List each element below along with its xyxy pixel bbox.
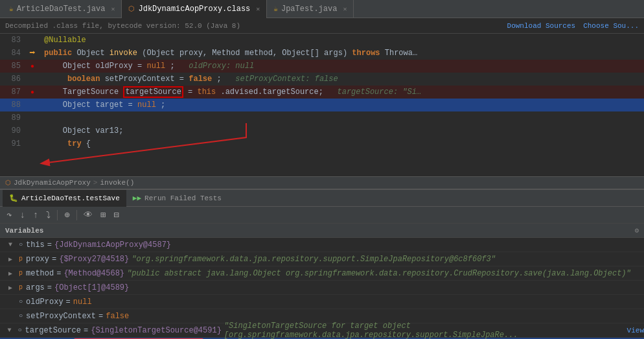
code-88: Object target = null ; (39, 99, 644, 111)
bottom-panel: 🐛 ArticleDaoTest.testSave ▶▶ Rerun Faile… (0, 189, 644, 339)
line-num-91: 91 (0, 137, 26, 150)
gutter-84: ⮕ (26, 47, 39, 60)
gutter-89 (26, 111, 39, 124)
breadcrumb: ⬡ JdkDynamicAopProxy > invoke() (0, 176, 644, 189)
editor[interactable]: 83 @Nullable 84 ⮕ public Object invoke (… (0, 34, 644, 176)
line-num-84: 84 (0, 47, 26, 60)
list-item[interactable]: ▼ ○ targetSource = {SingletonTargetSourc… (0, 323, 644, 338)
variables-header: Variables ⚙ (0, 224, 644, 238)
table-row: 85 ● Object oldProxy = null ; oldProxy: … (0, 60, 644, 73)
step-out-button[interactable]: ↑ (30, 209, 41, 222)
gutter-91 (26, 137, 39, 150)
line-num-86: 86 (0, 73, 26, 86)
var-icon-proxy: p (16, 255, 26, 263)
gutter-86 (26, 73, 39, 86)
list-item[interactable]: ▼ ○ this = {JdkDynamicAopProxy@4587} (0, 238, 644, 252)
expand-proxy[interactable]: ▶ (5, 255, 16, 263)
download-sources-link[interactable]: Download Sources (507, 22, 576, 30)
code-table: 83 @Nullable 84 ⮕ public Object invoke (… (0, 34, 644, 150)
code-87: TargetSource targetSource = this .advise… (39, 86, 644, 99)
tab-close-article-dao[interactable]: ✕ (111, 5, 115, 13)
step-into-button[interactable]: ↓ (17, 209, 27, 222)
list-item[interactable]: ▶ p method = {Method@4568} "public abstr… (0, 266, 644, 281)
frames-up-button[interactable]: ⊞ (98, 208, 108, 222)
java-icon: ☕ (9, 5, 14, 13)
view-link[interactable]: View (627, 327, 644, 334)
gutter-87: ● (26, 86, 39, 99)
code-85: Object oldProxy = null ; oldProxy: null (39, 60, 644, 73)
breadcrumb-part1: JdkDynamicAopProxy (14, 179, 91, 187)
table-row: 86 boolean setProxyContext = false ; set… (0, 73, 644, 86)
var-icon-args: p (16, 284, 26, 291)
debug-icon: 🐛 (9, 194, 18, 202)
table-row: 91 try { (0, 137, 644, 150)
info-text: Decompiled .class file, bytecode version… (5, 22, 240, 30)
table-row: 87 ● TargetSource targetSource = this .a… (0, 86, 644, 99)
step-over-button[interactable]: ↷ (4, 208, 14, 222)
breadcrumb-part2: invoke() (100, 179, 134, 187)
tab-jdk-proxy[interactable]: ⬡ JdkDynamicAopProxy.class ✕ (122, 0, 267, 18)
tab-bar: ☕ ArticleDaoTest.java ✕ ⬡ JdkDynamicAopP… (0, 0, 644, 18)
list-item[interactable]: ○ oldProxy = null (0, 295, 644, 309)
line-num-83: 83 (0, 34, 26, 47)
frames-down-button[interactable]: ⊟ (111, 208, 121, 222)
toolbar-sep-1 (57, 210, 58, 220)
choose-sources-link[interactable]: Choose Sou... (583, 22, 639, 30)
breakpoint-85: ● (30, 63, 34, 70)
editor-wrapper: 83 @Nullable 84 ⮕ public Object invoke (… (0, 34, 644, 176)
breakpoint-87: ● (30, 89, 34, 96)
breadcrumb-sep: > (93, 179, 98, 187)
code-83: @Nullable (39, 34, 644, 47)
breadcrumb-icon: ⬡ (5, 179, 11, 187)
toolbar-sep-2 (76, 210, 77, 220)
evaluate-button[interactable]: ⊕ (62, 208, 72, 222)
var-icon-oldproxy: ○ (16, 298, 26, 305)
gutter-83 (26, 34, 39, 47)
rerun-icon: ▶▶ (133, 194, 141, 202)
target-source-highlight: targetSource (123, 86, 183, 98)
debug-toolbar: ↷ ↓ ↑ ⤵ ⊕ 👁 ⊞ ⊟ (0, 207, 644, 224)
tab-rerun[interactable]: ▶▶ Rerun Failed Tests (126, 190, 228, 207)
table-row: 90 Object var13; (0, 124, 644, 137)
var-icon-targetsource: ○ (15, 327, 25, 334)
expand-method[interactable]: ▶ (5, 270, 16, 277)
line-num-90: 90 (0, 124, 26, 137)
watch-button[interactable]: 👁 (81, 209, 95, 222)
tab-close-jdk-proxy[interactable]: ✕ (256, 5, 260, 13)
gutter-88 (26, 99, 39, 111)
class-icon: ⬡ (128, 5, 135, 13)
var-icon-method: p (16, 270, 26, 277)
list-item[interactable]: ▶ p proxy = {$Proxy27@4518} "org.springf… (0, 252, 644, 266)
gutter-85: ● (26, 60, 39, 73)
expand-this[interactable]: ▼ (5, 241, 16, 248)
line-num-85: 85 (0, 60, 26, 73)
table-row: 88 Object target = null ; (0, 99, 644, 111)
info-links: Download Sources Choose Sou... (507, 22, 639, 30)
line-num-88: 88 (0, 99, 26, 111)
info-bar: Decompiled .class file, bytecode version… (0, 18, 644, 34)
var-icon-this: ○ (16, 241, 26, 248)
gutter-90 (26, 124, 39, 137)
code-86: boolean setProxyContext = false ; setPro… (39, 73, 644, 86)
line-num-89: 89 (0, 111, 26, 124)
tab-jpa-test[interactable]: ☕ JpaTest.java ✕ (267, 0, 354, 18)
table-row: 83 @Nullable (0, 34, 644, 47)
variables-panel[interactable]: Variables ⚙ ▼ ○ this = {JdkDynamicAopPro… (0, 224, 644, 339)
table-row: 84 ⮕ public Object invoke (Object proxy,… (0, 47, 644, 60)
tab-close-jpa-test[interactable]: ✕ (343, 5, 347, 13)
breakpoint-arrow-84: ⮕ (29, 50, 36, 57)
java-icon-2: ☕ (273, 5, 278, 13)
tab-article-test[interactable]: 🐛 ArticleDaoTest.testSave (3, 190, 126, 207)
variables-settings-icon[interactable]: ⚙ (634, 226, 639, 235)
variables-title: Variables (5, 227, 43, 235)
line-num-87: 87 (0, 86, 26, 99)
expand-targetsource[interactable]: ▼ (5, 327, 15, 334)
table-row: 89 (0, 111, 644, 124)
code-84: public Object invoke (Object proxy, Meth… (39, 47, 644, 60)
tab-article-dao[interactable]: ☕ ArticleDaoTest.java ✕ (3, 0, 122, 18)
run-to-cursor-button[interactable]: ⤵ (43, 209, 53, 222)
list-item[interactable]: ▶ p args = {Object[1]@4589} (0, 281, 644, 295)
code-90: Object var13; (39, 124, 644, 137)
code-89 (39, 111, 644, 124)
expand-args[interactable]: ▶ (5, 284, 16, 292)
